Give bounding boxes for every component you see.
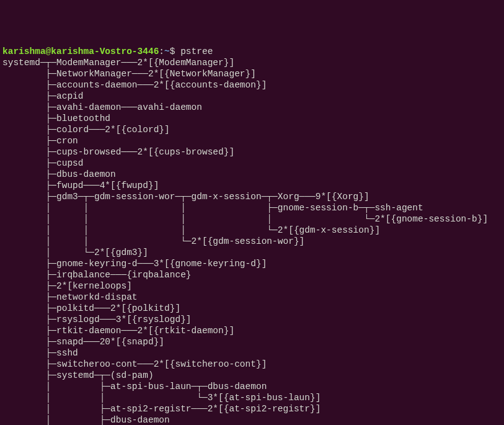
terminal-container[interactable]: karishma@karishma-Vostro-3446:~$ pstree … — [2, 46, 502, 425]
command-text: pstree — [180, 47, 213, 56]
prompt-dollar: $ — [170, 47, 180, 56]
pstree-output: systemd─┬─ModemManager───2*[{ModemManage… — [2, 57, 502, 425]
prompt-user-host: karishma@karishma-Vostro-3446 — [2, 47, 159, 56]
prompt-tilde: ~ — [164, 47, 170, 56]
prompt-separator: : — [159, 47, 164, 56]
